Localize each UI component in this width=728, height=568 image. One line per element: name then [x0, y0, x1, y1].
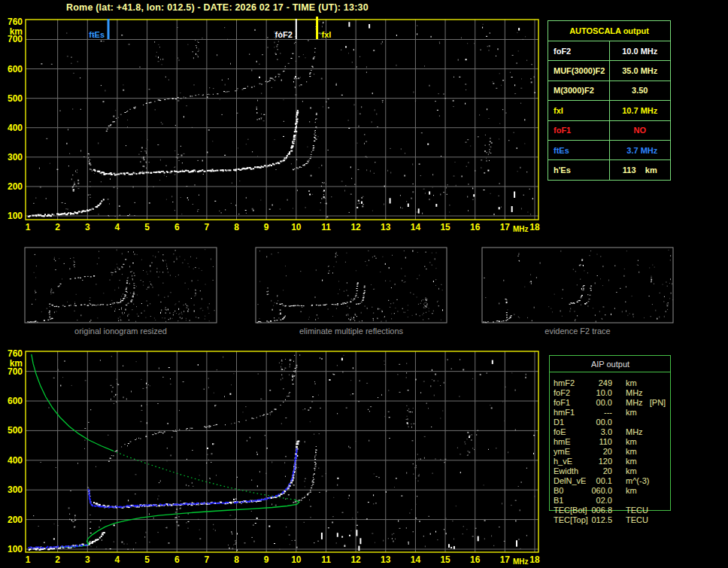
x-tick-label: 2 — [55, 222, 60, 232]
aip-param-value: 012.5 — [555, 515, 612, 525]
autoscala-param-label: h'Es — [548, 160, 610, 180]
autoscala-row-fof2: foF210.0 MHz — [548, 41, 671, 61]
autoscala-param-value: 10.0 MHz — [609, 41, 671, 61]
x-tick-label: 10 — [291, 222, 302, 232]
autoscala-table-header: AUTOSCALA output — [548, 21, 671, 41]
aip-row-tecbot: TEC[Bot]006.8TECU — [549, 506, 672, 515]
aip-param-value: 006.8 — [555, 506, 612, 515]
x-tick-label: 4 — [115, 554, 120, 565]
thumb-Es-trace — [256, 316, 286, 323]
x-tick-label: 13 — [381, 222, 391, 232]
x-tick-label: 16 — [470, 222, 481, 232]
thumb-F-trace-ordinary — [281, 283, 359, 307]
aip-row-hme: hmE110km — [549, 437, 672, 447]
autoscala-param-label: MUF(3000)F2 — [548, 61, 610, 80]
thumb-Es-trace — [27, 318, 53, 323]
fitted-trace — [28, 448, 297, 549]
aip-row-hmf2: hmF2249km — [549, 378, 672, 388]
autoscala-row-muf3000f2: MUF(3000)F235.0 MHz — [548, 61, 671, 80]
F-spike — [88, 153, 93, 172]
x-tick-label: 1 — [26, 222, 31, 232]
x-axis-unit: MHz — [513, 225, 529, 233]
aip-param-unit: MHz — [626, 427, 643, 437]
x-tick-label: 14 — [411, 554, 421, 565]
aip-row-hve: h_vE120km — [549, 457, 672, 466]
aip-row-delnve: DelN_vE00.1m^(-3) — [549, 476, 672, 486]
y-tick-label: 100 — [8, 211, 23, 221]
autoscala-param-label: M(3000)F2 — [548, 80, 610, 100]
y-tick-label: 400 — [8, 123, 23, 133]
Es-vertical-streak — [89, 181, 90, 198]
thumb-Es-trace — [483, 315, 512, 323]
profile-ionogram: 123456789101112131415161718MHz7607006005… — [8, 348, 540, 566]
x-tick-label: 7 — [205, 554, 210, 565]
autoscala-param-label: foF2 — [548, 41, 610, 61]
autoscala-window: Rome (lat: +41.8, lon: 012.5) - DATE: 20… — [0, 0, 728, 568]
autoscala-param-value: 35.0 MHz — [609, 61, 671, 80]
x-tick-label: 4 — [115, 222, 120, 232]
aip-param-value: 110 — [555, 437, 612, 447]
annotation-label-ftes: ftEs — [89, 30, 105, 39]
aip-param-value: 02.0 — [555, 496, 612, 506]
second-hop-trace — [108, 367, 297, 462]
aip-row-fof1: foF100.0MHz [PN] — [549, 398, 672, 408]
annotation-label-fof2: foF2 — [275, 30, 293, 39]
autoscala-param-value: 113 km — [609, 160, 671, 180]
aip-param-unit: km — [626, 378, 637, 388]
aip-row-tectop: TEC[Top]012.5TECU — [549, 515, 672, 525]
autoscala-row-fxi: fxI10.7 MHz — [548, 101, 671, 120]
aip-param-value: 249 — [555, 378, 612, 388]
x-axis-unit: MHz — [513, 557, 529, 566]
thumb-Es-vertical-streak — [280, 310, 281, 314]
autoscala-param-value: 3.50 — [609, 80, 671, 100]
y-tick-label: 100 — [8, 544, 23, 554]
aip-row-yme: ymE20km — [549, 447, 672, 457]
thumb-F-trace-extraordinary — [126, 283, 135, 305]
autoscala-row-hes: h'Es113 km — [548, 160, 671, 180]
y-tick-label: 200 — [8, 515, 23, 525]
x-tick-label: 13 — [381, 554, 391, 565]
thumb-F-trace-ordinary — [569, 285, 585, 305]
second-hop-extraordinary — [306, 48, 316, 83]
autoscala-output-table: AUTOSCALA output foF210.0 MHzMUF(3000)F2… — [548, 20, 671, 181]
model-profile — [32, 354, 299, 547]
y-axis-unit: km — [10, 26, 23, 37]
thumbnail-panel-0 — [25, 248, 217, 323]
y-tick-label: 300 — [8, 484, 23, 495]
x-tick-label: 18 — [529, 222, 540, 232]
thumb-Es-vertical-streak — [49, 311, 51, 317]
caption-evidence-f2-trace: evidence F2 trace — [482, 327, 673, 336]
y-tick-label: 300 — [8, 152, 23, 163]
x-tick-label: 5 — [144, 554, 150, 565]
aip-row-ewidth: Ewidth20km — [549, 466, 672, 476]
y-tick-label: 760 — [8, 17, 23, 27]
aip-param-unit: TECU — [626, 506, 648, 515]
x-tick-label: 17 — [500, 222, 511, 232]
y-tick-label: 200 — [8, 181, 23, 192]
aip-row-b0: B0060.0km — [549, 486, 672, 496]
thumbnail-panel-1 — [256, 248, 447, 323]
main-ionogram: ftEsfoF2fxI123456789101112131415161718MH… — [8, 17, 540, 233]
aip-param-unit: MHz — [626, 388, 643, 398]
x-tick-label: 17 — [500, 554, 511, 565]
x-tick-label: 11 — [321, 554, 331, 565]
aip-row-d1: D100.0 — [549, 418, 672, 427]
x-tick-label: 8 — [234, 554, 239, 565]
x-tick-label: 10 — [291, 554, 302, 565]
y-tick-label: 500 — [8, 93, 23, 104]
y-tick-label: 500 — [8, 425, 23, 436]
thumb-F-spike — [505, 299, 508, 303]
aip-param-unit: km — [626, 466, 637, 476]
y-axis-unit: km — [10, 358, 23, 369]
autoscala-param-value: NO — [609, 120, 671, 140]
aip-param-unit: TECU — [626, 515, 648, 525]
thumb-second-hop-trace — [579, 260, 583, 266]
aip-param-value: 00.0 — [555, 418, 612, 427]
aip-param-value: 3.0 — [555, 427, 612, 437]
x-tick-label: 2 — [55, 554, 60, 565]
aip-param-value: 060.0 — [555, 486, 612, 496]
thumb-second-hop-extraordinary — [130, 263, 134, 272]
autoscala-row-fof1: foF1NO — [548, 120, 671, 140]
aip-param-unit: km — [626, 437, 637, 447]
y-tick-label: 600 — [8, 64, 23, 74]
